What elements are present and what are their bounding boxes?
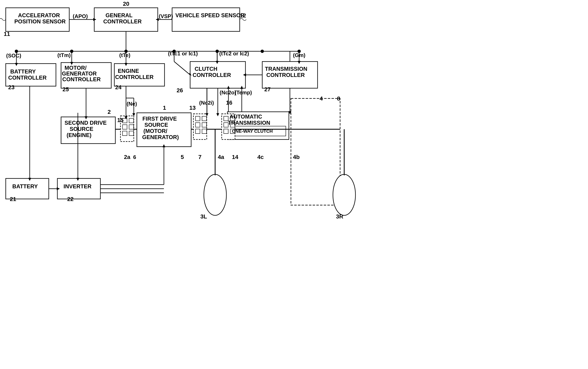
svg-marker-132	[76, 178, 79, 181]
svg-rect-48	[291, 98, 340, 205]
svg-text:SOURCE: SOURCE	[70, 126, 93, 132]
svg-rect-73	[230, 129, 235, 133]
svg-text:(Nc2i): (Nc2i)	[199, 100, 214, 106]
svg-text:SECOND DRIVE: SECOND DRIVE	[65, 120, 107, 126]
svg-text:12: 12	[240, 12, 246, 19]
svg-marker-115	[206, 113, 208, 116]
svg-text:(VSP): (VSP)	[159, 13, 173, 19]
svg-rect-24	[262, 62, 318, 88]
svg-rect-70	[224, 129, 228, 133]
svg-rect-62	[196, 123, 200, 127]
svg-text:CONTROLLER: CONTROLLER	[266, 72, 305, 78]
svg-rect-51	[6, 178, 49, 199]
svg-text:14: 14	[232, 154, 238, 160]
svg-marker-107	[132, 113, 135, 116]
svg-marker-134	[57, 187, 60, 190]
svg-text:7: 7	[198, 154, 202, 160]
svg-text:(ENGINE): (ENGINE)	[67, 132, 92, 138]
svg-rect-63	[196, 129, 200, 133]
svg-text:(SOC): (SOC)	[6, 52, 21, 59]
svg-marker-6	[156, 18, 159, 21]
svg-text:(Temp): (Temp)	[235, 89, 252, 96]
diagram: (APO) (VSP) 20 11 12	[0, 0, 588, 369]
svg-text:4: 4	[320, 95, 323, 102]
svg-point-16	[124, 50, 128, 53]
svg-line-172	[174, 62, 190, 75]
svg-rect-72	[230, 123, 235, 127]
svg-text:22: 22	[67, 196, 74, 202]
svg-text:27: 27	[264, 86, 271, 92]
svg-text:(Gm): (Gm)	[293, 52, 305, 58]
svg-text:24: 24	[115, 84, 122, 91]
svg-rect-71	[230, 116, 235, 121]
svg-rect-50	[230, 126, 286, 136]
svg-text:(tTm): (tTm)	[57, 52, 71, 58]
svg-text:CONTROLLER: CONTROLLER	[62, 76, 101, 82]
svg-point-17	[216, 50, 219, 53]
svg-marker-28	[70, 62, 73, 65]
svg-text:5: 5	[181, 154, 184, 160]
svg-rect-60	[193, 114, 207, 140]
svg-rect-2	[172, 8, 240, 31]
svg-rect-52	[57, 178, 100, 199]
svg-text:(MOTOR/: (MOTOR/	[143, 128, 167, 134]
svg-text:GENERATOR: GENERATOR	[62, 71, 97, 77]
svg-marker-123	[288, 111, 291, 114]
svg-marker-32	[216, 61, 219, 64]
svg-marker-128	[28, 178, 31, 181]
svg-text:FIRST DRIVE: FIRST DRIVE	[142, 116, 177, 122]
svg-marker-26	[15, 63, 18, 66]
svg-rect-66	[202, 129, 206, 133]
svg-marker-34	[298, 61, 301, 64]
svg-rect-57	[129, 118, 134, 123]
svg-text:CONTROLLER: CONTROLLER	[103, 19, 142, 25]
svg-text:2: 2	[108, 109, 111, 115]
svg-text:3R: 3R	[336, 213, 343, 220]
svg-text:1: 1	[163, 105, 166, 111]
connection-lines: (APO) (VSP) 20 11 12	[0, 0, 588, 369]
svg-text:GENERAL: GENERAL	[106, 12, 133, 19]
svg-text:(APO): (APO)	[73, 13, 88, 19]
svg-text:26: 26	[176, 87, 183, 93]
svg-text:MOTOR/: MOTOR/	[65, 65, 87, 71]
svg-text:25: 25	[62, 86, 69, 92]
svg-text:POSITION SENSOR: POSITION SENSOR	[14, 19, 66, 25]
svg-point-18	[261, 50, 264, 53]
svg-text:(Ne): (Ne)	[127, 101, 137, 107]
svg-text:(tTc1 or Ic1): (tTc1 or Ic1)	[168, 51, 198, 57]
svg-marker-30	[125, 63, 127, 66]
svg-text:ENGINE: ENGINE	[118, 68, 139, 74]
svg-rect-1	[6, 8, 69, 31]
svg-text:21: 21	[10, 196, 16, 202]
svg-text:CLUTCH: CLUTCH	[195, 66, 217, 72]
svg-rect-47	[137, 113, 191, 147]
svg-rect-67	[222, 114, 235, 140]
svg-rect-20	[6, 64, 56, 86]
svg-rect-64	[202, 116, 206, 121]
svg-rect-23	[190, 62, 245, 88]
svg-rect-69	[224, 123, 228, 127]
svg-text:20: 20	[123, 1, 129, 7]
svg-marker-139	[162, 144, 165, 147]
svg-text:AUTOMATIC: AUTOMATIC	[229, 114, 262, 120]
svg-rect-65	[202, 123, 206, 127]
svg-text:6: 6	[133, 154, 136, 160]
svg-text:3L: 3L	[200, 213, 207, 220]
svg-rect-61	[196, 116, 200, 121]
svg-text:4c: 4c	[257, 154, 264, 160]
svg-point-14	[15, 50, 18, 53]
svg-marker-120	[240, 86, 243, 89]
svg-point-15	[70, 50, 73, 53]
svg-rect-68	[224, 116, 228, 121]
svg-rect-49	[227, 112, 289, 140]
svg-text:11: 11	[4, 31, 10, 37]
svg-marker-113	[216, 113, 219, 116]
svg-rect-46	[61, 117, 115, 144]
svg-text:2a: 2a	[124, 154, 130, 160]
svg-text:(tTe): (tTe)	[119, 52, 130, 58]
svg-text:BATTERY: BATTERY	[12, 183, 38, 190]
svg-text:GENERATOR): GENERATOR)	[142, 134, 179, 140]
svg-rect-0	[94, 8, 158, 31]
svg-text:4b: 4b	[293, 154, 300, 160]
svg-text:15: 15	[117, 117, 124, 123]
